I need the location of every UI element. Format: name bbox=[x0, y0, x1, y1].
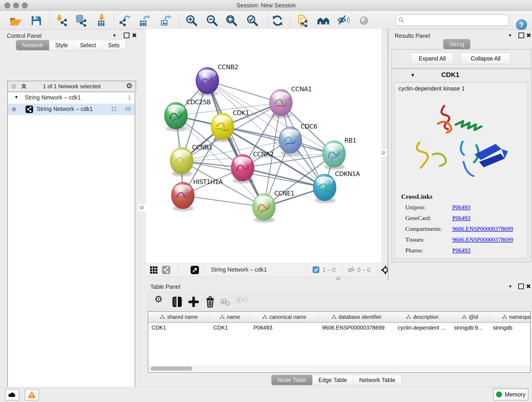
edge-HIST1H1A-CCNE1[interactable] bbox=[183, 196, 264, 207]
bottom-splitter-handle[interactable] bbox=[335, 276, 341, 280]
tab-style[interactable]: Style bbox=[49, 40, 74, 51]
selected-checkbox-icon[interactable] bbox=[312, 266, 319, 273]
hidden-count-badge: 0 – 0 bbox=[357, 266, 370, 274]
table-panel-close-icon[interactable]: ✖ bbox=[526, 283, 531, 290]
crosslink-link[interactable]: P06493 bbox=[452, 215, 470, 221]
zoom-out-icon[interactable] bbox=[206, 14, 219, 27]
show-columns-icon[interactable] bbox=[171, 296, 183, 308]
tab-node-table[interactable]: Node Table bbox=[271, 375, 312, 385]
crosslink-link[interactable]: 9606.ENSP00000378699 bbox=[452, 225, 513, 232]
duplicate-network-icon[interactable] bbox=[297, 14, 309, 27]
table-tabs: Node TableEdge TableNetwork Table bbox=[272, 375, 402, 385]
left-splitter-handle[interactable] bbox=[138, 203, 146, 212]
network-badge-icon[interactable] bbox=[162, 265, 171, 274]
table-panel-menu-icon[interactable]: ▼ bbox=[508, 284, 513, 289]
export-network-icon[interactable] bbox=[119, 14, 132, 27]
control-panel-menu-icon[interactable]: ▼ bbox=[112, 33, 117, 38]
open-session-icon[interactable] bbox=[9, 14, 22, 27]
search-input[interactable] bbox=[407, 15, 506, 25]
column-header--id[interactable]: @id bbox=[451, 312, 490, 322]
import-network-icon[interactable] bbox=[56, 14, 68, 27]
node-CCNA1[interactable]: CCNA1 bbox=[269, 85, 312, 118]
gene-expander-icon[interactable]: ▼ bbox=[410, 72, 415, 78]
tab-select[interactable]: Select bbox=[74, 40, 102, 51]
network-canvas[interactable]: CCNB2CCNA1CDC25BCDK1CDC6RB1CCNB1CCNA2CDK… bbox=[146, 29, 381, 263]
table-panel-float-icon[interactable] bbox=[518, 283, 524, 289]
hide-panels-eye-icon[interactable] bbox=[337, 14, 350, 27]
table-hscrollbar-thumb[interactable] bbox=[151, 366, 192, 370]
zoom-in-icon[interactable] bbox=[185, 14, 198, 27]
memory-button[interactable]: Memory bbox=[493, 389, 528, 400]
network-row[interactable]: String Network – cdk1 11 48 bbox=[8, 104, 135, 115]
import-database-icon[interactable] bbox=[74, 14, 87, 27]
houses-icon[interactable] bbox=[317, 14, 330, 27]
status-bar: Memory bbox=[0, 387, 532, 402]
node-RB1[interactable]: RB1 bbox=[323, 137, 356, 170]
table-cell: stringdb:9... bbox=[451, 323, 490, 333]
table-row[interactable]: CDK1CDK1P064939606.ENSP00000378699cyclin… bbox=[148, 323, 530, 333]
node-table[interactable]: shared namenamecanonical namedatabase id… bbox=[148, 311, 531, 373]
crosslink-label: Compartments: bbox=[405, 225, 452, 232]
selected-count-badge: 1 – 0 bbox=[322, 266, 336, 274]
collapse-all-button[interactable]: Collapse All bbox=[461, 53, 510, 64]
results-panel-title: Results Panel bbox=[395, 32, 430, 39]
tab-network[interactable]: Network bbox=[16, 40, 49, 51]
grid-view-icon[interactable] bbox=[150, 266, 158, 274]
column-header-description[interactable]: description bbox=[394, 312, 451, 322]
network-options-gear-icon[interactable]: ⚙ bbox=[126, 82, 133, 90]
column-header-namespace[interactable]: namespace bbox=[490, 312, 531, 322]
control-panel-float-icon[interactable] bbox=[124, 32, 129, 38]
column-header-canonical-name[interactable]: canonical name bbox=[250, 312, 319, 322]
crosslink-link[interactable]: P06493 bbox=[452, 247, 470, 254]
tab-sets[interactable]: Sets bbox=[102, 40, 126, 51]
gene-section-body: cyclin-dependent kinase 1 bbox=[394, 82, 528, 259]
add-column-icon[interactable] bbox=[187, 296, 200, 308]
results-buttons-box: Expand All Collapse All bbox=[392, 49, 531, 68]
node-CCNB2[interactable]: CCNB2 bbox=[196, 64, 238, 96]
table-cell: stringdb bbox=[490, 323, 531, 333]
column-header-shared-name[interactable]: shared name bbox=[148, 312, 210, 322]
expand-all-button[interactable]: Expand All bbox=[411, 53, 454, 64]
table-cell: cyclin-dependent ... bbox=[394, 323, 451, 333]
column-header-name[interactable]: name bbox=[210, 312, 250, 322]
node-CDC25B[interactable]: CDC25B bbox=[165, 99, 211, 131]
gene-section-header[interactable]: ▼ CDK1 bbox=[392, 69, 531, 82]
results-panel-float-icon[interactable] bbox=[519, 32, 524, 38]
node-HIST1H1A[interactable]: HIST1H1A bbox=[171, 178, 223, 211]
cloud-status-button[interactable] bbox=[5, 389, 19, 400]
crosslink-link[interactable]: P06493 bbox=[452, 204, 470, 211]
column-header-database-identifier[interactable]: database identifier bbox=[319, 312, 394, 322]
table-cell: CDK1 bbox=[210, 323, 250, 333]
string-network-icon bbox=[25, 105, 33, 114]
results-panel-close-icon[interactable]: ✖ bbox=[526, 32, 531, 39]
crosslink-link[interactable]: 9606.ENSP00000378699 bbox=[452, 236, 513, 243]
warning-status-button[interactable] bbox=[25, 389, 39, 400]
gray-sphere-icon[interactable] bbox=[357, 14, 370, 27]
import-table-icon[interactable] bbox=[95, 14, 108, 27]
control-panel: Control Panel ▼ ✖ NetworkStyleSelectSets… bbox=[2, 30, 136, 384]
table-hscrollbar[interactable] bbox=[149, 366, 530, 371]
control-panel-close-icon[interactable]: ✖ bbox=[132, 32, 137, 39]
zoom-selected-icon[interactable] bbox=[246, 14, 259, 27]
delete-column-trash-icon[interactable] bbox=[204, 296, 216, 308]
network-collection-row[interactable]: ▼ String Network – cdk1 1 bbox=[8, 92, 135, 104]
save-session-icon[interactable] bbox=[30, 14, 43, 27]
table-settings-gear-icon[interactable]: ⚙ bbox=[154, 294, 167, 306]
refresh-layout-icon[interactable] bbox=[271, 14, 284, 27]
edge-CCNB2-CCNE1[interactable] bbox=[207, 81, 264, 207]
open-in-new-window-icon[interactable] bbox=[190, 265, 199, 274]
export-table-icon[interactable] bbox=[139, 14, 152, 27]
collection-expander-icon[interactable]: ▼ bbox=[14, 95, 19, 100]
export-image-icon[interactable] bbox=[160, 14, 173, 27]
crosslink-row: GeneCard:P06493 bbox=[405, 215, 525, 222]
results-scroll-area: ▼ CDK1 cyclin-dependent kinase 1 bbox=[392, 69, 531, 262]
tab-string[interactable]: String bbox=[443, 39, 470, 50]
results-panel-menu-icon[interactable]: ▼ bbox=[508, 33, 512, 38]
node-CDKN1A[interactable]: CDKN1A bbox=[313, 170, 360, 203]
tab-network-table[interactable]: Network Table bbox=[353, 375, 402, 385]
help-button[interactable]: ? bbox=[516, 19, 527, 30]
zoom-fit-icon[interactable] bbox=[225, 14, 238, 27]
tab-edge-table[interactable]: Edge Table bbox=[312, 375, 353, 385]
node-label-CCNA1: CCNA1 bbox=[291, 85, 312, 93]
crosslink-label: Uniprot: bbox=[405, 204, 452, 211]
